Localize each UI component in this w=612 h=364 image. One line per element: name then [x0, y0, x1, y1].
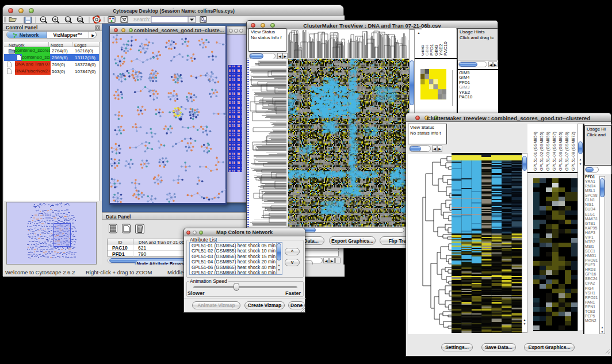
- svg-text:GPL51-02 (GSM855): GPL51-02 (GSM855): [539, 132, 544, 171]
- svg-text:GPL51-08 (GSM872): GPL51-08 (GSM872): [571, 132, 576, 171]
- svg-text:Search:: Search:: [133, 17, 150, 22]
- svg-text:PAC10: PAC10: [443, 41, 448, 56]
- svg-text:GPL51-06 (GSM865): GPL51-06 (GSM865): [558, 132, 563, 171]
- svg-text:GPL51-07 (GSM868): GPL51-07 (GSM868): [564, 132, 569, 171]
- svg-text:GPL51-03 (GSM856): GPL51-03 (GSM856): [545, 132, 550, 171]
- svg-text:GPL51-04 (GSM857): GPL51-04 (GSM857): [552, 132, 557, 171]
- svg-text:GPL51-01 (GSM854): GPL51-01 (GSM854): [533, 132, 538, 171]
